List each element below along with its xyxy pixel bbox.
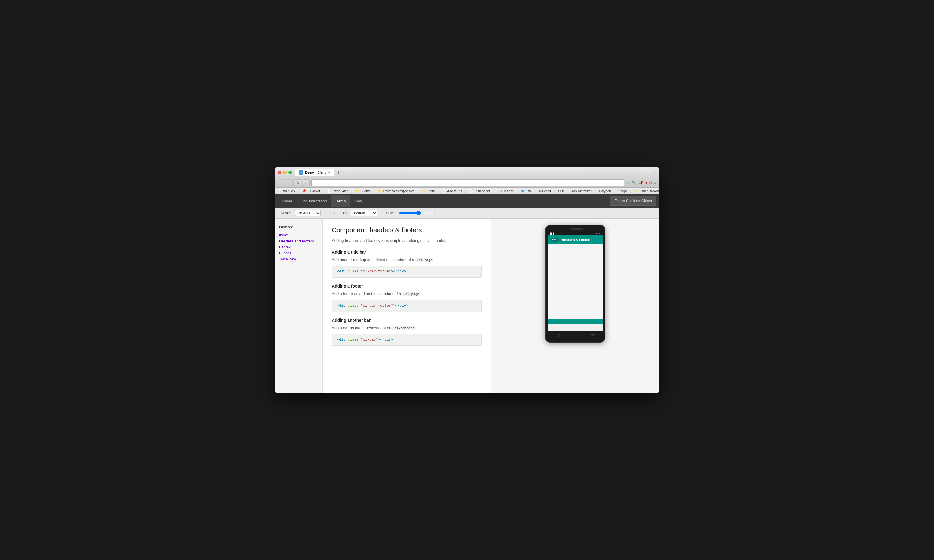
- addon-icon-1[interactable]: ●: [645, 180, 647, 185]
- bookmark-readlater[interactable]: 📄 Read later: [327, 189, 349, 193]
- size-slider[interactable]: [399, 211, 435, 215]
- device-toolbar: Device: Nexus 4 iPhone 5 Galaxy S4 Orien…: [275, 208, 659, 219]
- bookmark-instapaper[interactable]: 📄 Instapaper: [468, 189, 491, 193]
- active-tab[interactable]: C Demo – Clank ✕: [295, 169, 334, 176]
- sidebar-item-buttons[interactable]: Buttons: [279, 250, 318, 256]
- bookmark-tools[interactable]: 📁 Tools: [421, 189, 436, 193]
- bookmark-examples-icon: 📁: [378, 189, 382, 193]
- code-inline-2: .cl-page: [402, 292, 420, 296]
- bookmark-pocket[interactable]: 📌 + Pocket: [301, 189, 321, 193]
- bookmark-fb-label: FB: [560, 189, 564, 193]
- phone-status-bar: ▌▌▌ 20:49: [548, 232, 603, 235]
- sidebar-item-bartext[interactable]: Bar text: [279, 244, 318, 250]
- doc-section-title-3: Adding another bar: [332, 318, 482, 323]
- nav-documentation[interactable]: Documentation: [297, 195, 331, 207]
- home-button[interactable]: ⌂: [303, 179, 309, 186]
- code-attr-3: class=: [348, 338, 361, 342]
- sidebar: Demos: Index Headers and footers Bar tex…: [275, 219, 323, 393]
- bookmark-readlater-label: Read later: [333, 189, 348, 193]
- sidebar-title: Demos:: [279, 225, 318, 229]
- phone-back-nav-icon[interactable]: ◁: [557, 333, 559, 337]
- bookmark-tw-icon: 🐦: [521, 189, 525, 193]
- maximize-button[interactable]: [288, 171, 292, 174]
- bookmark-sep-5: |: [418, 189, 419, 192]
- bookmark-polygon-label: Polygon: [599, 189, 611, 193]
- doc-title: Component: headers & footers: [332, 226, 482, 234]
- orientation-select[interactable]: Portrait Landscape: [351, 210, 377, 216]
- bookmark-tools-label: Tools: [427, 189, 435, 193]
- bookmark-sep-7: |: [465, 189, 466, 192]
- reload-button[interactable]: ↻: [294, 179, 301, 186]
- addon-icon-2[interactable]: ◑: [649, 180, 652, 185]
- code-tag-3: <div: [337, 338, 348, 342]
- bookmark-verge[interactable]: Verge: [617, 189, 628, 193]
- bookmark-fb[interactable]: f FB: [557, 189, 565, 193]
- bookmark-other[interactable]: 📁 Other Bookmarks: [634, 189, 659, 193]
- device-control: Device: Nexus 4 iPhone 5 Galaxy S4: [281, 210, 321, 216]
- tab-title: Demo – Clank: [305, 171, 326, 174]
- back-nav-button[interactable]: ‹: [278, 179, 284, 186]
- bookmark-instapaper-icon: 📄: [469, 189, 474, 193]
- bookmarks-bar: 📄 WLS v5 | 📌 + Pocket | 📄 Read later | 📁…: [275, 188, 659, 194]
- lastpass-icon[interactable]: LP: [639, 180, 643, 185]
- doc-text-2: Add a footer as a direct descendant of a…: [332, 291, 482, 297]
- bookmark-wls-icon: 📄: [278, 189, 282, 193]
- code-tag-1: <div: [337, 269, 348, 274]
- bookmark-examples[interactable]: 📁 Examples responsive: [377, 189, 415, 193]
- bookmark-gmail[interactable]: ✉ Gmail: [538, 189, 552, 193]
- bookmark-wls[interactable]: 📄 WLS v5: [277, 189, 296, 193]
- nav-demo[interactable]: Demo: [331, 195, 350, 207]
- follow-github-button[interactable]: Follow Clank on Github: [610, 196, 656, 206]
- bookmark-addtopb-icon: 📄: [442, 189, 446, 193]
- bookmark-sep-2: |: [323, 189, 324, 192]
- bookmark-metafilter[interactable]: Ask Metafilter: [571, 189, 592, 193]
- size-control: Size:: [386, 211, 435, 215]
- nav-blog[interactable]: Blog: [350, 195, 366, 207]
- bookmark-addtopb[interactable]: 📄 Add to PB: [441, 189, 463, 193]
- phone-home-nav-icon[interactable]: ○: [574, 333, 576, 337]
- code-attr-2: class=: [348, 304, 361, 308]
- main-content: Demos: Index Headers and footers Bar tex…: [275, 219, 659, 393]
- doc-text-1: Add header markup as a direct descendant…: [332, 257, 482, 263]
- sidebar-item-headers[interactable]: Headers and footers: [279, 238, 318, 244]
- bookmark-sep-13: |: [595, 189, 596, 192]
- phone-back-button[interactable]: Back: [551, 238, 560, 242]
- bookmark-instapaper-label: Instapaper: [474, 189, 490, 193]
- close-button[interactable]: [278, 171, 281, 174]
- wrench-icon[interactable]: 🔧: [632, 180, 637, 185]
- menu-icon[interactable]: ≡: [654, 180, 656, 185]
- new-tab-button[interactable]: +: [335, 170, 342, 175]
- bookmark-sep-12: |: [568, 189, 569, 192]
- doc-content: Component: headers & footers Adding head…: [323, 219, 491, 393]
- bookmark-icon[interactable]: ☆: [626, 180, 630, 185]
- phone-recents-nav-icon[interactable]: □: [591, 333, 594, 337]
- bookmark-tw[interactable]: 🐦 TW: [520, 189, 532, 193]
- tab-close-button[interactable]: ✕: [328, 171, 330, 174]
- bookmark-reader[interactable]: 📖 Reader: [497, 189, 514, 193]
- code-block-2: <div class="cl-bar-footer"></div>: [332, 300, 482, 312]
- forward-nav-button[interactable]: ›: [286, 179, 293, 186]
- phone-nav-bar: ◁ ○ □: [548, 331, 603, 339]
- code-inline-3: .cl-content: [391, 326, 415, 331]
- window-expand-icon[interactable]: ⤢: [653, 170, 656, 175]
- device-select[interactable]: Nexus 4 iPhone 5 Galaxy S4: [295, 210, 321, 216]
- bookmark-reader-label: Reader: [503, 189, 514, 193]
- code-tag-close-1: ></div>: [391, 269, 406, 274]
- sidebar-item-index[interactable]: Index: [279, 232, 318, 238]
- site-nav: Home Documentation Demo Blog Follow Clan…: [275, 194, 659, 208]
- bookmark-polygon[interactable]: Polygon: [598, 189, 612, 193]
- orientation-label: Orientation:: [330, 211, 348, 215]
- bookmark-tools-icon: 📁: [422, 189, 426, 193]
- nav-home[interactable]: Home: [278, 195, 297, 207]
- bookmark-sep-11: |: [554, 189, 555, 192]
- sidebar-item-tableview[interactable]: Table view: [279, 256, 318, 262]
- tab-favicon: C: [299, 170, 303, 175]
- url-input[interactable]: localhost:4000/demos/headers-footers.htm…: [311, 179, 624, 186]
- doc-intro: Adding headers and footers is as simple …: [332, 238, 482, 244]
- minimize-button[interactable]: [283, 171, 287, 174]
- bookmark-sep-4: |: [374, 189, 375, 192]
- code-block-3: <div class="cl-bar"></div>: [332, 334, 482, 346]
- phone-screen: Back Headers & Footers: [548, 235, 603, 331]
- bookmark-clients[interactable]: 📁 Clients: [354, 189, 371, 193]
- code-val-2: "cl-bar-footer": [361, 304, 393, 308]
